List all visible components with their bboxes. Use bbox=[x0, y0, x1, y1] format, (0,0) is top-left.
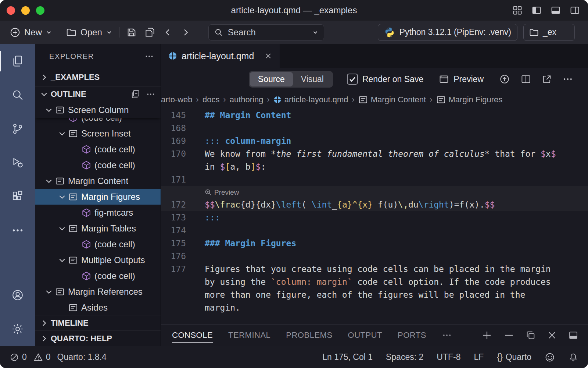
navigate-back-button[interactable] bbox=[159, 24, 177, 40]
toggle-secondary-sidebar-icon[interactable] bbox=[570, 5, 580, 15]
toggle-panel-icon[interactable] bbox=[551, 5, 561, 15]
activity-settings-button[interactable] bbox=[0, 312, 35, 346]
problems-status[interactable]: 0 0 bbox=[10, 352, 51, 362]
breadcrumb-item[interactable]: docs bbox=[202, 95, 219, 105]
eol-status[interactable]: LF bbox=[474, 352, 484, 362]
code-line[interactable]: 176 bbox=[161, 250, 588, 263]
split-editor-icon[interactable] bbox=[520, 74, 531, 85]
breadcrumb-item[interactable]: article-layout.qmd bbox=[273, 95, 348, 105]
code-line[interactable]: 168 bbox=[161, 122, 588, 135]
encoding-status[interactable]: UTF-8 bbox=[437, 352, 460, 362]
code-editor[interactable]: 145## Margin Content168169::: column-mar… bbox=[161, 109, 588, 324]
search-input[interactable]: Search bbox=[208, 24, 324, 40]
indentation-status[interactable]: Spaces: 2 bbox=[386, 352, 423, 362]
code-line[interactable]: 171 bbox=[161, 173, 588, 186]
ellipsis-icon[interactable] bbox=[146, 89, 155, 99]
outline-item[interactable]: Margin Tables bbox=[35, 220, 161, 236]
breadcrumb-item[interactable]: Margin Figures bbox=[436, 95, 503, 105]
new-button[interactable]: New bbox=[6, 24, 56, 40]
mode-visual-button[interactable]: Visual bbox=[293, 72, 332, 86]
outline-item[interactable]: Margin Figures bbox=[35, 189, 161, 205]
session-folder-selector[interactable]: _ex bbox=[523, 24, 575, 41]
panel-tab-problems[interactable]: PROBLEMS bbox=[286, 325, 332, 346]
workspace-root-row[interactable]: _EXAMPLES bbox=[35, 68, 161, 86]
close-panel-icon[interactable] bbox=[547, 330, 557, 340]
activity-run-debug-button[interactable] bbox=[0, 146, 35, 180]
activity-account-button[interactable] bbox=[0, 278, 35, 312]
preview-button[interactable]: Preview bbox=[439, 74, 484, 84]
code-line[interactable]: 177Figures that you create using code ce… bbox=[161, 263, 588, 314]
ellipsis-icon[interactable] bbox=[144, 52, 154, 61]
outline-item[interactable]: (code cell) bbox=[35, 236, 161, 252]
customize-layout-icon[interactable] bbox=[512, 5, 523, 15]
activity-explorer-button[interactable] bbox=[0, 44, 35, 78]
outline-item[interactable]: Asides bbox=[35, 300, 161, 315]
outline-item[interactable]: (code cell) bbox=[35, 157, 161, 173]
code-line[interactable]: 145## Margin Content bbox=[161, 109, 588, 122]
quarto-help-header[interactable]: QUARTO: HELP bbox=[35, 330, 161, 346]
outline-item[interactable]: Multiple Outputs bbox=[35, 252, 161, 268]
code-line[interactable]: 175### Margin Figures bbox=[161, 237, 588, 250]
code-line[interactable]: 172$$\frac{d}{dx}\left( \int_{a}^{x} f(u… bbox=[161, 198, 588, 211]
close-tab-icon[interactable] bbox=[264, 52, 272, 60]
open-external-icon[interactable] bbox=[542, 74, 552, 84]
code-line[interactable]: 174 bbox=[161, 224, 588, 237]
chevron-down-icon bbox=[312, 29, 319, 36]
outline-item[interactable]: Margin References bbox=[35, 284, 161, 300]
minimize-window-button[interactable] bbox=[21, 6, 30, 15]
activity-search-button[interactable] bbox=[0, 78, 35, 112]
braces-icon: {} bbox=[497, 352, 502, 362]
feedback-smiley-icon[interactable] bbox=[545, 352, 555, 362]
outline-item[interactable]: Screen Column bbox=[35, 102, 161, 118]
outline-item[interactable]: (code cell) bbox=[35, 268, 161, 284]
code-line[interactable]: 169::: column-margin bbox=[161, 135, 588, 148]
panel-tab-output[interactable]: OUTPUT bbox=[348, 325, 382, 346]
collapse-all-icon[interactable] bbox=[130, 89, 140, 99]
notifications-bell-icon[interactable] bbox=[568, 352, 578, 362]
open-button[interactable]: Open bbox=[62, 24, 116, 40]
new-console-icon[interactable] bbox=[481, 330, 492, 341]
breadcrumb-item[interactable]: Margin Content bbox=[358, 95, 426, 105]
code-line[interactable]: 173::: bbox=[161, 211, 588, 224]
panel-tab-terminal[interactable]: TERMINAL bbox=[228, 325, 270, 346]
duplicate-icon[interactable] bbox=[526, 330, 536, 340]
more-actions-icon[interactable] bbox=[562, 74, 573, 85]
publish-icon[interactable] bbox=[499, 74, 510, 85]
panel-more-icon[interactable] bbox=[442, 325, 452, 346]
render-on-save-checkbox[interactable]: Render on Save bbox=[347, 74, 423, 85]
navigate-forward-button[interactable] bbox=[177, 24, 194, 40]
code-text bbox=[205, 250, 559, 263]
panel-tab-console[interactable]: CONSOLE bbox=[172, 325, 213, 346]
zoom-window-button[interactable] bbox=[36, 6, 44, 15]
outline-item[interactable]: Margin Content bbox=[35, 173, 161, 189]
activity-more-button[interactable] bbox=[0, 213, 35, 247]
breadcrumb-item[interactable]: authoring bbox=[230, 95, 263, 105]
activity-source-control-button[interactable] bbox=[0, 112, 35, 146]
activity-extensions-button[interactable] bbox=[0, 180, 35, 213]
mode-source-button[interactable]: Source bbox=[250, 72, 293, 86]
preview-code-lens[interactable]: Preview bbox=[161, 186, 588, 198]
cursor-position-status[interactable]: Ln 175, Col 1 bbox=[322, 352, 373, 362]
save-all-button[interactable] bbox=[141, 24, 159, 40]
close-window-button[interactable] bbox=[7, 6, 15, 15]
panel-layout-icon[interactable] bbox=[568, 330, 578, 340]
outline-header[interactable]: OUTLINE bbox=[35, 86, 161, 102]
panel-tab-bar: CONSOLETERMINALPROBLEMSOUTPUTPORTS bbox=[161, 324, 588, 346]
save-button[interactable] bbox=[122, 24, 141, 40]
outline-item[interactable]: fig-mtcars bbox=[35, 205, 161, 220]
code-line[interactable]: 170We know from *the first fundamental t… bbox=[161, 148, 588, 173]
outline-item[interactable]: Screen Inset bbox=[35, 125, 161, 141]
interpreter-selector[interactable]: Python 3.12.1 (PipEnv: .venv) bbox=[378, 24, 517, 41]
panel-tab-ports[interactable]: PORTS bbox=[398, 325, 426, 346]
editor-tab[interactable]: article-layout.qmd bbox=[161, 44, 280, 68]
minimize-panel-icon[interactable] bbox=[503, 330, 514, 341]
breadcrumb-item[interactable]: arto-web bbox=[161, 95, 193, 105]
section-icon bbox=[54, 287, 65, 297]
language-mode-status[interactable]: {} Quarto bbox=[497, 352, 531, 362]
explorer-header[interactable]: EXPLORER bbox=[35, 44, 161, 68]
outline-item[interactable]: (code cell) bbox=[35, 141, 161, 157]
toggle-sidebar-icon[interactable] bbox=[531, 5, 542, 15]
outline-item[interactable]: (code cell) bbox=[35, 118, 161, 125]
preview-button-label: Preview bbox=[453, 74, 484, 84]
timeline-header[interactable]: TIMELINE bbox=[35, 315, 161, 330]
